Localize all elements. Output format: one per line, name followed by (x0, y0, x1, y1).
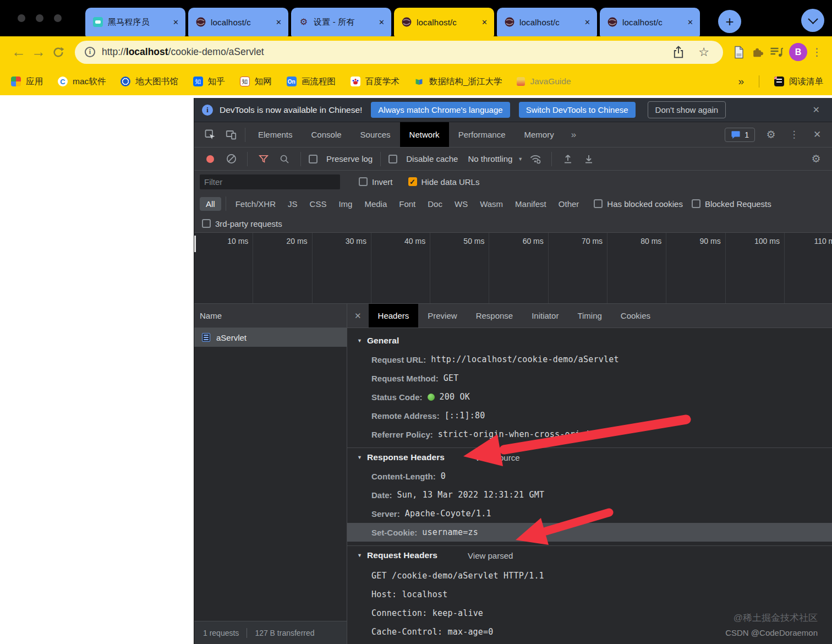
detail-tab-headers[interactable]: Headers (369, 304, 419, 328)
inspect-element-button[interactable] (200, 125, 221, 144)
bookmark-zhihu[interactable]: 知知乎 (193, 76, 225, 88)
type-filter-media[interactable]: Media (358, 199, 393, 209)
tab-elements[interactable]: Elements (249, 122, 302, 147)
browser-tab-localhost-active[interactable]: localhost/c ✕ (394, 8, 494, 36)
type-filter-other[interactable]: Other (552, 199, 585, 209)
more-tabs-icon[interactable]: » (563, 129, 584, 140)
filter-input[interactable] (200, 174, 340, 189)
close-detail-icon[interactable]: ✕ (347, 311, 369, 321)
bookmarks-overflow-chevron[interactable]: » (738, 75, 744, 88)
type-filter-fetch[interactable]: Fetch/XHR (229, 199, 282, 209)
export-har-button[interactable] (581, 151, 597, 167)
view-parsed-link[interactable]: View parsed (468, 551, 513, 560)
type-filter-all[interactable]: All (200, 197, 221, 211)
close-icon[interactable]: ✕ (686, 17, 694, 28)
share-button[interactable] (669, 43, 688, 62)
close-devtools-icon[interactable]: ✕ (807, 125, 828, 144)
reload-button[interactable] (48, 42, 68, 62)
network-settings-icon[interactable]: ⚙ (808, 151, 824, 167)
tab-performance[interactable]: Performance (449, 122, 515, 147)
bookmark-javaguide[interactable]: JavaGuide (517, 77, 571, 86)
bookmark-mac[interactable]: Cmac软件 (58, 76, 106, 88)
bookmark-baidu-scholar[interactable]: 百度学术 (351, 76, 399, 88)
device-toolbar-button[interactable] (221, 125, 242, 144)
reading-list-button[interactable]: 阅读清单 (774, 76, 823, 88)
requests-column-header[interactable]: Name (194, 304, 347, 328)
detail-tab-initiator[interactable]: Initiator (522, 304, 568, 328)
clear-button[interactable] (223, 151, 239, 167)
match-language-button[interactable]: Always match Chrome's language (371, 102, 510, 118)
type-filter-font[interactable]: Font (393, 199, 422, 209)
type-filter-doc[interactable]: Doc (422, 199, 448, 209)
invert-checkbox[interactable] (359, 177, 368, 186)
search-button[interactable] (276, 151, 293, 167)
general-section-header[interactable]: ▼ General (347, 331, 832, 350)
response-headers-section-header[interactable]: ▼ Response Headers View source (347, 448, 832, 467)
tab-sources[interactable]: Sources (351, 122, 400, 147)
tab-memory[interactable]: Memory (515, 122, 563, 147)
import-har-button[interactable] (560, 151, 576, 167)
address-bar[interactable]: i http://localhost/cookie-demo/aServlet … (75, 41, 723, 64)
hide-data-urls-checkbox[interactable]: ✓ (408, 177, 417, 186)
issues-counter-button[interactable]: 1 (725, 128, 755, 142)
close-icon[interactable]: ✕ (480, 17, 489, 28)
extensions-button[interactable] (748, 43, 767, 62)
detail-tab-preview[interactable]: Preview (418, 304, 466, 328)
forward-button[interactable]: → (29, 42, 48, 62)
bookmark-star-icon[interactable]: ☆ (694, 43, 713, 62)
browser-tab-localhost-3[interactable]: localhost/c ✕ (600, 8, 700, 36)
browser-tab-settings[interactable]: ⚙ 设置 - 所有 ✕ (291, 8, 391, 36)
close-icon[interactable]: ✕ (172, 17, 180, 28)
type-filter-js[interactable]: JS (282, 199, 304, 209)
throttling-select[interactable]: No throttling ▼ (468, 154, 523, 163)
browser-menu-icon[interactable]: ⋮ (812, 46, 822, 58)
dont-show-again-button[interactable]: Don't show again (648, 101, 726, 118)
minimize-window-button[interactable] (36, 14, 43, 22)
bookmark-cnki[interactable]: 知知网 (240, 76, 272, 88)
type-filter-img[interactable]: Img (332, 199, 358, 209)
close-icon[interactable]: ✕ (377, 17, 386, 28)
side-panel-button[interactable] (730, 43, 748, 62)
request-row-aservlet[interactable]: aServlet (194, 328, 347, 347)
browser-tab-heima[interactable]: 黑马程序员 ✕ (85, 8, 185, 36)
close-icon[interactable]: ✕ (583, 17, 592, 28)
detail-tab-response[interactable]: Response (467, 304, 523, 328)
bookmark-processon[interactable]: On画流程图 (287, 76, 336, 88)
browser-tab-localhost-2[interactable]: localhost/c ✕ (497, 8, 597, 36)
type-filter-css[interactable]: CSS (304, 199, 333, 209)
zoom-window-button[interactable] (54, 14, 62, 22)
type-filter-wasm[interactable]: Wasm (474, 199, 509, 209)
type-filter-manifest[interactable]: Manifest (509, 199, 552, 209)
browser-tab-localhost-1[interactable]: localhost/c ✕ (188, 8, 288, 36)
profile-avatar[interactable]: B (789, 43, 807, 61)
bookmark-library[interactable]: 地大图书馆 (121, 76, 178, 88)
site-info-icon[interactable]: i (85, 47, 95, 57)
close-window-button[interactable] (18, 14, 25, 22)
type-filter-ws[interactable]: WS (448, 199, 474, 209)
detail-tab-timing[interactable]: Timing (568, 304, 611, 328)
devtools-menu-icon[interactable]: ⋮ (784, 125, 804, 144)
preserve-log-checkbox[interactable] (309, 155, 318, 163)
bookmark-apps[interactable]: 应用 (11, 76, 43, 88)
new-tab-button[interactable]: + (718, 10, 741, 33)
record-button[interactable] (206, 155, 214, 163)
blocked-requests-checkbox[interactable] (692, 199, 700, 208)
switch-to-chinese-button[interactable]: Switch DevTools to Chinese (519, 102, 636, 118)
network-conditions-button[interactable] (527, 151, 544, 167)
filter-toggle-button[interactable] (255, 151, 272, 167)
close-icon[interactable]: ✕ (275, 17, 283, 28)
network-overview-timeline[interactable]: 10 ms 20 ms 30 ms 40 ms 50 ms 60 ms 70 m… (194, 232, 832, 304)
request-headers-section-header[interactable]: ▼ Request Headers View parsed (347, 546, 832, 565)
view-source-link[interactable]: View source (475, 453, 519, 462)
devtools-settings-icon[interactable]: ⚙ (760, 125, 781, 144)
tab-search-button[interactable] (801, 9, 824, 32)
third-party-checkbox[interactable] (202, 219, 211, 228)
tab-network[interactable]: Network (400, 122, 449, 147)
detail-tab-cookies[interactable]: Cookies (611, 304, 660, 328)
tab-console[interactable]: Console (302, 122, 351, 147)
back-button[interactable]: ← (9, 42, 29, 62)
media-playlist-button[interactable] (767, 43, 786, 62)
close-infobar-icon[interactable]: ✕ (808, 105, 824, 115)
disable-cache-checkbox[interactable] (388, 155, 397, 163)
has-blocked-cookies-checkbox[interactable] (594, 199, 603, 208)
